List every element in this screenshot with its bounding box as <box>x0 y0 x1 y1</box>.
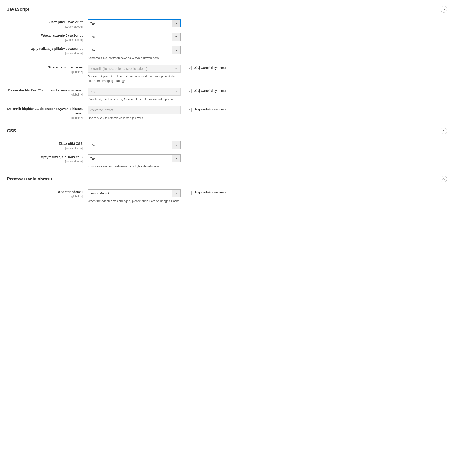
field-js-error-log-session: Dziennika błędów JS do przechowywania se… <box>7 88 447 102</box>
field-label: Włącz łączenie JavaScript <box>7 33 83 38</box>
section-javascript: JavaScript Złącz pliki JavaScript [widok… <box>7 5 447 120</box>
label-col: Dziennik błędów JS do przechowywania klu… <box>7 106 88 119</box>
scope-label: [globalny] <box>7 116 83 119</box>
chevron-up-icon <box>172 20 180 27</box>
scope-label: [globalny] <box>7 195 83 198</box>
field-label: Optymalizacja plików CSS <box>7 155 83 160</box>
control-col: Tak <box>88 33 181 41</box>
section-toggle-javascript[interactable]: JavaScript <box>7 5 447 14</box>
use-default-checkbox[interactable] <box>188 89 192 93</box>
chevron-up-icon <box>440 6 447 13</box>
chevron-down-icon <box>172 65 180 72</box>
field-merge-js: Złącz pliki JavaScript [widok sklepu] Ta… <box>7 20 447 28</box>
field-minify-js: Optymalizacja plików JavaScript [widok s… <box>7 46 447 60</box>
scope-label: [widok sklepu] <box>7 147 83 150</box>
js-error-log-key-input <box>88 106 181 114</box>
use-default-col: Użyj wartości systemu <box>181 189 226 195</box>
select-value: Tak <box>88 141 172 149</box>
field-label: Dziennika błędów JS do przechowywania se… <box>7 88 83 93</box>
select-value: Tak <box>88 155 172 162</box>
js-error-log-session-select: Nie <box>88 88 181 96</box>
select-value: ImageMagick <box>88 190 172 197</box>
scope-label: [widok sklepu] <box>7 25 83 28</box>
field-enable-js-bundling: Włącz łączenie JavaScript [widok sklepu]… <box>7 33 447 42</box>
label-col: Optymalizacja plików JavaScript [widok s… <box>7 46 88 55</box>
chevron-down-icon <box>172 33 180 41</box>
field-image-adapter: Adapter obrazu [globalny] ImageMagick Wh… <box>7 189 447 203</box>
control-col: Use this key to retrieve collected js er… <box>88 106 181 120</box>
field-note: Use this key to retrieve collected js er… <box>88 116 181 120</box>
control-col: Słownik (tłumaczenie na stronie sklepu) … <box>88 65 181 83</box>
field-merge-css: Złącz pliki CSS [widok sklepu] Tak <box>7 141 447 150</box>
label-col: Strategia tłumaczenia [globalny] <box>7 65 88 74</box>
section-title: JavaScript <box>7 7 29 12</box>
field-translation-strategy: Strategia tłumaczenia [globalny] Słownik… <box>7 65 447 83</box>
section-body: Adapter obrazu [globalny] ImageMagick Wh… <box>7 184 447 203</box>
use-default-label: Użyj wartości systemu <box>194 89 226 93</box>
use-default-label: Użyj wartości systemu <box>194 107 226 112</box>
label-col: Złącz pliki JavaScript [widok sklepu] <box>7 20 88 28</box>
field-note: When the adapter was changed, please flu… <box>88 199 181 203</box>
field-note: Kompresja nie jest zastosowana w trybie … <box>88 164 181 168</box>
scope-label: [globalny] <box>7 93 83 96</box>
image-adapter-select[interactable]: ImageMagick <box>88 189 181 197</box>
use-default-label: Użyj wartości systemu <box>194 66 226 70</box>
field-label: Adapter obrazu <box>7 190 83 194</box>
section-toggle-image-processing[interactable]: Przetwarzanie obrazu <box>7 174 447 184</box>
section-image-processing: Przetwarzanie obrazu Adapter obrazu [glo… <box>7 174 447 203</box>
field-note: If enabled, can be used by functional te… <box>88 97 181 102</box>
label-col: Dziennika błędów JS do przechowywania se… <box>7 88 88 97</box>
chevron-down-icon <box>172 46 180 54</box>
use-default-checkbox[interactable] <box>188 66 192 70</box>
chevron-down-icon <box>172 190 180 197</box>
label-col: Złącz pliki CSS [widok sklepu] <box>7 141 88 150</box>
minify-js-select[interactable]: Tak <box>88 46 181 54</box>
field-label: Dziennik błędów JS do przechowywania klu… <box>7 107 83 116</box>
control-col: Nie If enabled, can be used by functiona… <box>88 88 181 102</box>
enable-js-bundling-select[interactable]: Tak <box>88 33 181 41</box>
section-body: Złącz pliki CSS [widok sklepu] Tak Optym… <box>7 135 447 168</box>
chevron-down-icon <box>172 155 180 162</box>
field-note: Kompresja nie jest zastosowana w trybie … <box>88 56 181 60</box>
field-label: Złącz pliki JavaScript <box>7 20 83 25</box>
section-title: CSS <box>7 128 16 133</box>
merge-css-select[interactable]: Tak <box>88 141 181 149</box>
label-col: Adapter obrazu [globalny] <box>7 189 88 198</box>
field-js-error-log-key: Dziennik błędów JS do przechowywania klu… <box>7 106 447 120</box>
chevron-up-icon <box>440 127 447 134</box>
field-label: Strategia tłumaczenia <box>7 65 83 70</box>
select-value: Tak <box>88 33 172 41</box>
translation-strategy-select: Słownik (tłumaczenie na stronie sklepu) <box>88 65 181 73</box>
control-col: ImageMagick When the adapter was changed… <box>88 189 181 203</box>
use-default-col: Użyj wartości systemu <box>181 106 226 112</box>
merge-js-select[interactable]: Tak <box>88 20 181 27</box>
chevron-down-icon <box>172 141 180 149</box>
select-value: Słownik (tłumaczenie na stronie sklepu) <box>88 65 172 72</box>
use-default-label: Użyj wartości systemu <box>194 190 226 195</box>
field-label: Optymalizacja plików JavaScript <box>7 47 83 51</box>
section-css: CSS Złącz pliki CSS [widok sklepu] Tak O… <box>7 126 447 168</box>
minify-css-select[interactable]: Tak <box>88 155 181 162</box>
label-col: Włącz łączenie JavaScript [widok sklepu] <box>7 33 88 42</box>
use-default-col: Użyj wartości systemu <box>181 65 226 70</box>
select-value: Tak <box>88 20 172 27</box>
chevron-down-icon <box>172 88 180 95</box>
field-minify-css: Optymalizacja plików CSS [widok sklepu] … <box>7 155 447 168</box>
control-col: Tak <box>88 20 181 27</box>
use-default-checkbox[interactable] <box>188 191 192 195</box>
section-body: Złącz pliki JavaScript [widok sklepu] Ta… <box>7 14 447 120</box>
use-default-col: Użyj wartości systemu <box>181 88 226 93</box>
scope-label: [widok sklepu] <box>7 38 83 42</box>
select-value: Nie <box>88 88 172 95</box>
section-title: Przetwarzanie obrazu <box>7 177 52 182</box>
field-label: Złącz pliki CSS <box>7 141 83 146</box>
label-col: Optymalizacja plików CSS [widok sklepu] <box>7 155 88 163</box>
scope-label: [globalny] <box>7 70 83 74</box>
scope-label: [widok sklepu] <box>7 52 83 55</box>
select-value: Tak <box>88 46 172 54</box>
chevron-up-icon <box>440 176 447 182</box>
scope-label: [widok sklepu] <box>7 160 83 163</box>
use-default-checkbox[interactable] <box>188 108 192 112</box>
section-toggle-css[interactable]: CSS <box>7 126 447 135</box>
control-col: Tak Kompresja nie jest zastosowana w try… <box>88 46 181 60</box>
